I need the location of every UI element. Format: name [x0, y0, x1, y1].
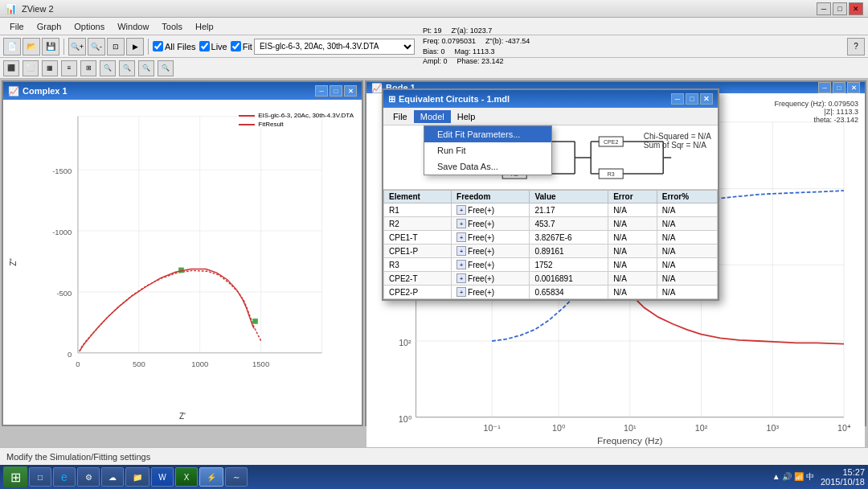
taskbar-folder[interactable]: 📁 [125, 467, 149, 487]
toolbar2-btn4[interactable]: ≡ [61, 60, 77, 76]
col-freedom: Freedom [452, 191, 530, 203]
sum-of-sqr: Sum of Sqr = N/A [644, 141, 711, 150]
bode-close[interactable]: ✕ [847, 82, 860, 93]
app-win-controls: ─ □ ✕ [817, 2, 863, 15]
complex-maximize[interactable]: □ [330, 85, 342, 97]
new-button[interactable]: 📄 [3, 38, 21, 55]
menu-tools[interactable]: Tools [155, 20, 189, 33]
param-error-3: N/A [608, 244, 657, 258]
toolbar2-btn2[interactable]: ⬜ [23, 60, 39, 76]
taskbar-zview[interactable]: ⚡ [199, 467, 223, 487]
dialog-minimize[interactable]: ─ [671, 93, 684, 105]
svg-text:0: 0 [68, 350, 72, 359]
toolbar2-btn9[interactable]: 🔍 [158, 60, 174, 76]
svg-text:10⁻¹: 10⁻¹ [483, 423, 501, 433]
bode-maximize[interactable]: □ [833, 82, 845, 93]
svg-text:1000: 1000 [191, 360, 208, 368]
chi-info: Chi-Squared = N/A Sum of Sqr = N/A [644, 132, 711, 150]
taskbar-word[interactable]: W [151, 467, 174, 487]
fit-checkbox-label[interactable]: Fit [231, 41, 252, 51]
toolbar2-btn3[interactable]: ▦ [42, 60, 58, 76]
dialog-overlay: ⊞ Equivalent Circuits - 1.mdl ─ □ ✕ File… [382, 88, 719, 301]
svg-text:-1000: -1000 [52, 228, 72, 236]
taskbar-desktop[interactable]: □ [29, 467, 51, 487]
model-context-menu: Edit Fit Parameters... Run Fit Save Data… [424, 125, 552, 175]
save-data-as-item[interactable]: Save Data As... [424, 158, 551, 175]
run-fit-item[interactable]: Run Fit [424, 142, 551, 158]
zoom-in-button[interactable]: 🔍+ [68, 38, 86, 55]
param-row-5[interactable]: CPE2-T + Free(+) 0.0016891 N/A N/A [384, 272, 718, 286]
z-a-value: Z'(a): 1023.7 [451, 26, 492, 36]
all-files-checkbox-label[interactable]: All Files [153, 41, 196, 51]
param-error-pct-6: N/A [657, 286, 717, 299]
maximize-button[interactable]: □ [833, 2, 847, 15]
taskbar-excel[interactable]: X [175, 467, 198, 487]
param-value-0: 21.17 [530, 203, 608, 217]
svg-text:10²: 10² [695, 423, 708, 433]
taskbar-cloud[interactable]: ☁ [101, 467, 124, 487]
close-button[interactable]: ✕ [849, 2, 863, 15]
param-row-1[interactable]: R2 + Free(+) 453.7 N/A N/A [384, 217, 718, 231]
all-files-checkbox[interactable] [153, 41, 163, 51]
param-value-1: 453.7 [530, 217, 608, 231]
svg-text:10³: 10³ [767, 423, 780, 433]
menu-help[interactable]: Help [189, 20, 220, 33]
param-row-2[interactable]: CPE1-T + Free(+) 3.8267E-6 N/A N/A [384, 231, 718, 244]
col-value: Value [530, 191, 608, 203]
svg-text:500: 500 [133, 360, 145, 368]
toolbar-row1: 📄 📂 💾 🔍+ 🔍- ⊡ ▶ All Files Live Fit EIS-g… [0, 35, 868, 58]
arrow-button[interactable]: ▶ [126, 38, 144, 55]
toolbar2-btn8[interactable]: 🔍 [138, 60, 154, 76]
clock-time: 15:27 [821, 467, 865, 477]
dialog-menu-help[interactable]: Help [451, 110, 482, 123]
param-row-0[interactable]: R1 + Free(+) 21.17 N/A N/A [384, 203, 718, 217]
param-row-4[interactable]: R3 + Free(+) 1752 N/A N/A [384, 258, 718, 272]
minimize-button[interactable]: ─ [817, 2, 831, 15]
svg-text:0: 0 [76, 360, 80, 368]
toolbar2-btn5[interactable]: ⊞ [80, 60, 96, 76]
dialog-win-controls: ─ □ ✕ [671, 93, 713, 105]
edit-fit-params-item[interactable]: Edit Fit Parameters... [424, 126, 551, 142]
complex-minimize[interactable]: ─ [315, 85, 328, 97]
taskbar: ⊞ □ e ⚙ ☁ 📁 W X ⚡ ∼ ▲ 🔊 📶 中 15:27 2015/1… [0, 465, 868, 489]
param-error-pct-2: N/A [657, 231, 717, 244]
complex-close[interactable]: ✕ [344, 85, 357, 97]
fit-checkbox[interactable] [231, 41, 241, 51]
open-button[interactable]: 📂 [23, 38, 40, 55]
zoom-out-button[interactable]: 🔍- [88, 38, 105, 55]
fit-button[interactable]: ⊡ [107, 38, 125, 55]
dialog-close[interactable]: ✕ [700, 93, 713, 105]
menu-file[interactable]: File [3, 20, 31, 33]
freq-value: Freq: 0.0795031 [423, 36, 476, 47]
param-error-5: N/A [608, 272, 657, 286]
toolbar2-btn1[interactable]: ⬛ [3, 60, 19, 76]
save-button[interactable]: 💾 [42, 38, 59, 55]
dialog-menu-file[interactable]: File [387, 110, 414, 123]
bode-minimize[interactable]: ─ [818, 82, 831, 93]
param-freedom-2: + Free(+) [452, 231, 530, 244]
file-dropdown[interactable]: EIS-glc-6-3, 20Ac, 30th-4.3V.DTA [254, 39, 415, 55]
taskbar-gear[interactable]: ⚙ [77, 467, 100, 487]
menu-window[interactable]: Window [111, 20, 155, 33]
param-row-6[interactable]: CPE2-P + Free(+) 0.65834 N/A N/A [384, 286, 718, 299]
param-value-5: 0.0016891 [530, 272, 608, 286]
z-b-value: Z"(b): -437.54 [485, 36, 530, 47]
legend-fit: FitResult [239, 121, 354, 128]
taskbar-ie[interactable]: e [53, 467, 76, 487]
start-button[interactable]: ⊞ [3, 466, 27, 487]
toolbar2-btn7[interactable]: 🔍 [119, 60, 135, 76]
param-element-6: CPE2-P [384, 286, 452, 299]
param-error-pct-3: N/A [657, 244, 717, 258]
live-checkbox-label[interactable]: Live [199, 41, 227, 51]
live-checkbox[interactable] [199, 41, 210, 51]
nyquist-chart[interactable]: Z" Z' EIS-glc-6-3, 20Ac, 30th-4.3V.DTA F… [3, 100, 362, 425]
help-button[interactable]: ? [847, 38, 865, 55]
toolbar2-btn6[interactable]: 🔍 [100, 60, 116, 76]
menu-options[interactable]: Options [68, 20, 111, 33]
param-row-3[interactable]: CPE1-P + Free(+) 0.89161 N/A N/A [384, 244, 718, 258]
dialog-menu-model[interactable]: Model [414, 110, 451, 123]
taskbar-extra[interactable]: ∼ [225, 467, 248, 487]
menu-graph[interactable]: Graph [31, 20, 68, 33]
dialog-maximize[interactable]: □ [686, 93, 698, 105]
param-error-6: N/A [608, 286, 657, 299]
